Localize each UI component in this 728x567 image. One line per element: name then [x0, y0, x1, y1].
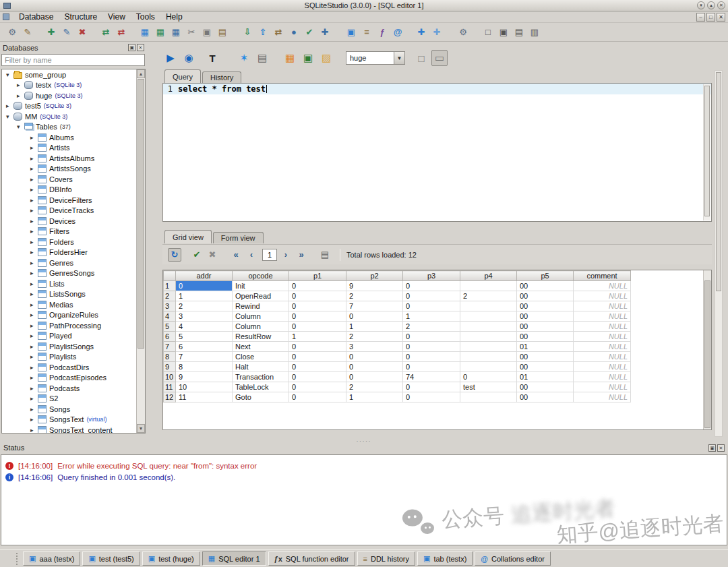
table-row[interactable]: 6 5 ResultRow 1 2 0 00 NULL: [164, 332, 631, 342]
close-panel-icon[interactable]: ✕: [137, 44, 144, 51]
first-page-icon[interactable]: «: [229, 248, 243, 262]
tree-expand-arrow[interactable]: ▸: [30, 260, 38, 266]
cell-p1[interactable]: 0: [289, 301, 346, 311]
taskbar-drag-handle[interactable]: [16, 553, 19, 565]
tree-item[interactable]: ▸ PathProcessing: [2, 320, 135, 331]
tree-item[interactable]: ▸ PlaylistSongs: [2, 341, 135, 352]
row-number-cell[interactable]: 9: [164, 362, 176, 372]
tree-expand-arrow[interactable]: ▸: [30, 364, 38, 371]
mdi-tile-vertical-icon[interactable]: ▥: [528, 26, 541, 39]
column-header[interactable]: opcode: [233, 271, 289, 281]
tree-expand-arrow[interactable]: ▸: [30, 144, 38, 151]
add-database-icon[interactable]: ✚: [44, 26, 58, 39]
tree-item[interactable]: ▸ Genres: [2, 258, 135, 268]
chevron-down-icon[interactable]: ▼: [394, 52, 404, 64]
cell-p2[interactable]: 1: [346, 392, 403, 402]
tree-item[interactable]: ▸ DeviceTracks: [2, 206, 135, 216]
menu-help[interactable]: Help: [160, 11, 188, 22]
scroll-down-icon[interactable]: ▼: [137, 424, 145, 433]
open-sql-file-icon[interactable]: ▨: [318, 50, 334, 66]
new-query-tab-icon[interactable]: □: [413, 50, 429, 66]
cell-addr[interactable]: 0: [176, 281, 233, 291]
tree-expand-arrow[interactable]: ▸: [30, 207, 38, 214]
integrity-check-icon[interactable]: ✔: [303, 26, 316, 39]
rollback-changes-icon[interactable]: ✖: [206, 248, 219, 262]
cell-opcode[interactable]: Init: [233, 281, 289, 291]
cell-p1[interactable]: 0: [289, 372, 346, 382]
cell-comment[interactable]: NULL: [574, 372, 631, 382]
cell-p3[interactable]: 0: [403, 382, 460, 392]
copy-icon[interactable]: ▣: [200, 26, 214, 39]
remove-database-icon[interactable]: ✖: [75, 26, 89, 39]
row-number-cell[interactable]: 1: [164, 281, 176, 291]
tree-item[interactable]: ▸ test5 (SQLite 3): [2, 101, 135, 112]
menu-database[interactable]: Database: [13, 11, 59, 22]
export-database-icon[interactable]: ⇧: [256, 26, 270, 39]
tree-expand-arrow[interactable]: ▸: [30, 165, 38, 172]
cell-p3[interactable]: 0: [403, 362, 460, 372]
tree-expand-arrow[interactable]: ▸: [30, 416, 38, 423]
tree-item[interactable]: ▸ Songs: [2, 404, 135, 415]
cell-comment[interactable]: NULL: [574, 311, 631, 322]
clear-results-icon[interactable]: ✶: [236, 50, 252, 66]
format-sql-icon[interactable]: T: [204, 50, 220, 66]
taskbar-tab-aaa-testx[interactable]: ▣ aaa (testx): [23, 551, 80, 566]
column-header[interactable]: p5: [517, 271, 574, 281]
cell-p3[interactable]: 0: [403, 392, 460, 402]
row-number-cell[interactable]: 5: [164, 322, 176, 332]
tree-expand-arrow[interactable]: ▸: [30, 270, 38, 276]
mdi-cascade-windows-icon[interactable]: ▣: [497, 26, 510, 39]
tree-item[interactable]: ▸ ArtistsAlbums: [2, 153, 135, 164]
workspace-scrollbar[interactable]: [715, 70, 723, 437]
tab-history[interactable]: History: [202, 71, 241, 83]
tree-item[interactable]: ▸ DBInfo: [2, 185, 135, 196]
print-grid-icon[interactable]: ▤: [318, 248, 332, 262]
tree-item[interactable]: ▾ some_group: [2, 69, 135, 80]
tree-item[interactable]: ▸ Podcasts: [2, 383, 135, 394]
cell-p5[interactable]: 00: [517, 291, 574, 301]
cell-opcode[interactable]: Rewind: [233, 301, 289, 311]
row-number-cell[interactable]: 2: [164, 291, 176, 301]
tree-item[interactable]: ▸ testx (SQLite 3): [2, 80, 135, 91]
table-row[interactable]: 8 7 Close 0 0 0 00 NULL: [164, 352, 631, 362]
row-number-cell[interactable]: 11: [164, 382, 176, 392]
cell-p1[interactable]: 0: [289, 291, 346, 301]
tree-item[interactable]: ▸ Devices: [2, 216, 135, 227]
cell-p5[interactable]: 00: [517, 281, 574, 291]
cell-p3[interactable]: 0: [403, 281, 460, 291]
column-header[interactable]: p1: [289, 271, 346, 281]
tree-expand-arrow[interactable]: ▸: [30, 228, 38, 235]
tab-grid-view[interactable]: Grid view: [164, 230, 212, 243]
open-ddl-history-icon[interactable]: ≡: [360, 26, 373, 39]
cell-p4[interactable]: 2: [460, 291, 517, 301]
tree-expand-arrow[interactable]: ▸: [6, 102, 13, 109]
cell-p4[interactable]: [460, 352, 517, 362]
cell-opcode[interactable]: OpenRead: [233, 291, 289, 301]
cell-opcode[interactable]: TableLock: [233, 382, 289, 392]
edit-database-icon[interactable]: ✎: [60, 26, 73, 39]
tree-expand-arrow[interactable]: ▸: [30, 427, 38, 434]
row-number-cell[interactable]: 8: [164, 352, 176, 362]
cell-p2[interactable]: 2: [346, 291, 403, 301]
cell-comment[interactable]: NULL: [574, 281, 631, 291]
cell-p4[interactable]: [460, 392, 517, 402]
tree-item[interactable]: ▸ Artists: [2, 143, 135, 154]
scrollbar-thumb[interactable]: [138, 79, 144, 349]
cell-p4[interactable]: [460, 342, 517, 352]
import-table-data-icon[interactable]: ▦: [138, 26, 152, 39]
table-row[interactable]: 5 4 Column 0 1 2 00 NULL: [164, 322, 631, 332]
tree-expand-arrow[interactable]: ▾: [17, 123, 24, 130]
tree-expand-arrow[interactable]: ▸: [30, 343, 38, 350]
scroll-up-icon[interactable]: ▲: [137, 69, 145, 78]
row-number-cell[interactable]: 10: [164, 372, 176, 382]
cell-opcode[interactable]: Close: [233, 352, 289, 362]
tree-expand-arrow[interactable]: ▾: [6, 71, 13, 78]
taskbar-tab-sql-editor-1[interactable]: ▦ SQL editor 1: [202, 551, 266, 566]
tree-item[interactable]: ▸ ListsSongs: [2, 289, 135, 300]
tree-item[interactable]: ▸ GenresSongs: [2, 268, 135, 279]
tree-item[interactable]: ▸ Playlists: [2, 352, 135, 363]
taskbar-tab-collations-editor[interactable]: @ Collations editor: [475, 551, 551, 566]
tree-item[interactable]: ▸ S2: [2, 394, 135, 405]
cell-comment[interactable]: NULL: [574, 291, 631, 301]
configuration-wrench-icon[interactable]: ⚙: [456, 26, 470, 39]
